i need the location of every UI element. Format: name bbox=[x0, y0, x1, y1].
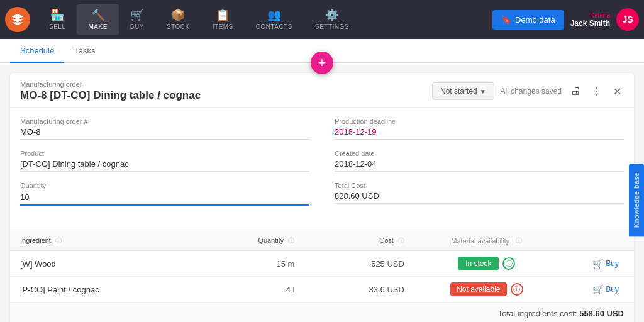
product-label: Product bbox=[20, 150, 309, 157]
card-header-left: Manufacturing order MO-8 [DT-CO] Dining … bbox=[20, 80, 201, 102]
nav-item-contacts[interactable]: 👥 CONTACTS bbox=[245, 4, 304, 35]
avatar-initials: JS bbox=[622, 14, 633, 25]
total-cost-value: 828.60 USD bbox=[335, 191, 624, 204]
header-quantity: Quantity ⓘ bbox=[185, 236, 295, 245]
nav-item-settings[interactable]: ⚙️ SETTINGS bbox=[304, 4, 360, 35]
user-avatar[interactable]: JS bbox=[616, 8, 639, 31]
action-col-paint: 🛒 Buy bbox=[569, 282, 624, 297]
created-date-value: 2018-12-04 bbox=[335, 159, 624, 172]
user-company: Katana bbox=[590, 12, 610, 19]
status-label: Not started bbox=[440, 87, 477, 96]
demo-data-button[interactable]: 🔖 Demo data bbox=[492, 10, 564, 30]
stock-icon: 📦 bbox=[171, 9, 185, 21]
close-button[interactable]: ✕ bbox=[611, 83, 624, 100]
nav-item-stock[interactable]: 📦 STOCK bbox=[155, 4, 201, 35]
total-value: 558.60 USD bbox=[579, 309, 624, 318]
availability-badge-instock: In stock bbox=[458, 257, 499, 270]
buy-button-paint[interactable]: 🛒 Buy bbox=[587, 282, 624, 297]
items-icon: 📋 bbox=[216, 9, 230, 21]
nav-item-make[interactable]: 🔨 MAKE bbox=[77, 4, 118, 35]
total-cost-label: Total Cost bbox=[335, 182, 624, 189]
user-info: Katana Jack Smith bbox=[570, 12, 610, 28]
stock-label: STOCK bbox=[167, 23, 190, 30]
nav-item-items[interactable]: 📋 ITEMS bbox=[201, 4, 245, 35]
items-label: ITEMS bbox=[213, 23, 233, 30]
saved-indicator: All changes saved bbox=[501, 87, 562, 96]
quantity-label: Quantity bbox=[20, 182, 309, 189]
created-date-label: Created date bbox=[335, 150, 624, 157]
cart-icon: 🛒 bbox=[592, 258, 603, 269]
card-header: Manufacturing order MO-8 [DT-CO] Dining … bbox=[10, 73, 634, 108]
app-logo[interactable] bbox=[5, 7, 30, 32]
availability-info-icon[interactable]: ⓘ bbox=[502, 257, 515, 270]
form-row-1: Manufacturing order # MO-8 Production de… bbox=[20, 118, 624, 140]
make-icon: 🔨 bbox=[91, 9, 105, 21]
contacts-icon: 👥 bbox=[267, 9, 281, 21]
tab-tasks[interactable]: Tasks bbox=[64, 39, 105, 63]
total-ingredients-row: Total ingredients cost: 558.60 USD bbox=[10, 303, 634, 322]
top-navigation: 🏪 SELL 🔨 MAKE 🛒 BUY 📦 STOCK 📋 ITEMS 👥 CO… bbox=[0, 0, 644, 39]
info-icon-ingredient: ⓘ bbox=[55, 237, 62, 244]
cart-icon-2: 🛒 bbox=[592, 284, 603, 294]
table-row: [P-CO] Paint / cognac 4 l 33.6 USD Not a… bbox=[10, 277, 634, 303]
breadcrumb: Manufacturing order bbox=[20, 80, 201, 88]
nav-right: 🔖 Demo data Katana Jack Smith JS bbox=[492, 8, 639, 31]
action-col-wood: 🛒 Buy bbox=[569, 256, 624, 271]
form-body: Manufacturing order # MO-8 Production de… bbox=[10, 108, 634, 226]
table-row: [W] Wood 15 m 525 USD In stock ⓘ 🛒 Buy bbox=[10, 251, 634, 277]
sell-icon: 🏪 bbox=[50, 9, 64, 21]
ingredient-cost-paint: 33.6 USD bbox=[294, 285, 404, 294]
nav-item-buy[interactable]: 🛒 BUY bbox=[119, 4, 155, 35]
form-row-3: Quantity Total Cost 828.60 USD bbox=[20, 182, 624, 206]
main-content: Manufacturing order MO-8 [DT-CO] Dining … bbox=[0, 63, 644, 322]
quantity-input[interactable] bbox=[20, 192, 309, 206]
knowledge-base-label: Knowledge base bbox=[633, 172, 640, 228]
manufacturing-order-card: Manufacturing order MO-8 [DT-CO] Dining … bbox=[10, 73, 634, 322]
print-button[interactable]: 🖨 bbox=[568, 83, 583, 99]
form-row-2: Product [DT-CO] Dining table / cognac Cr… bbox=[20, 150, 624, 172]
sell-label: SELL bbox=[49, 23, 65, 30]
product-value: [DT-CO] Dining table / cognac bbox=[20, 159, 309, 172]
ingredient-avail-wood: In stock ⓘ bbox=[404, 257, 569, 270]
header-ingredient: Ingredient ⓘ bbox=[20, 236, 185, 245]
ingredient-qty-wood: 15 m bbox=[185, 259, 295, 269]
ingredient-avail-paint: Not available ⓘ bbox=[404, 282, 569, 296]
buy-icon: 🛒 bbox=[130, 9, 144, 21]
product-group: Product [DT-CO] Dining table / cognac bbox=[20, 150, 309, 172]
production-deadline-group: Production deadline 2018-12-19 bbox=[335, 118, 624, 140]
nav-item-sell[interactable]: 🏪 SELL bbox=[38, 4, 77, 35]
card-header-right: Not started ▼ All changes saved 🖨 ⋮ ✕ bbox=[432, 82, 624, 100]
contacts-label: CONTACTS bbox=[256, 23, 292, 30]
availability-badge-unavailable: Not available bbox=[450, 282, 506, 296]
user-name: Jack Smith bbox=[570, 19, 610, 28]
make-label: MAKE bbox=[88, 23, 107, 30]
total-cost-group: Total Cost 828.60 USD bbox=[335, 182, 624, 206]
ingredient-qty-paint: 4 l bbox=[185, 285, 295, 294]
ingredient-cost-wood: 525 USD bbox=[294, 259, 404, 269]
mo-number-value: MO-8 bbox=[20, 127, 309, 140]
settings-icon: ⚙️ bbox=[325, 9, 339, 21]
mo-number-group: Manufacturing order # MO-8 bbox=[20, 118, 309, 140]
production-deadline-value: 2018-12-19 bbox=[335, 127, 624, 140]
ingredient-name-paint: [P-CO] Paint / cognac bbox=[20, 285, 185, 294]
knowledge-base-sidebar[interactable]: Knowledge base bbox=[629, 164, 644, 236]
table-header: Ingredient ⓘ Quantity ⓘ Cost ⓘ Material … bbox=[10, 231, 634, 251]
header-availability: Material availability ⓘ bbox=[404, 236, 569, 245]
more-options-button[interactable]: ⋮ bbox=[589, 83, 604, 100]
status-button[interactable]: Not started ▼ bbox=[432, 82, 494, 100]
availability-info-icon-red[interactable]: ⓘ bbox=[511, 283, 523, 296]
total-label: Total ingredients cost: bbox=[498, 309, 577, 318]
chevron-down-icon: ▼ bbox=[480, 88, 486, 95]
ingredients-table: Ingredient ⓘ Quantity ⓘ Cost ⓘ Material … bbox=[10, 231, 634, 322]
production-deadline-label: Production deadline bbox=[335, 118, 624, 125]
buy-button-wood[interactable]: 🛒 Buy bbox=[587, 256, 624, 271]
demo-icon: 🔖 bbox=[501, 15, 511, 25]
settings-label: SETTINGS bbox=[315, 23, 349, 30]
info-icon-qty: ⓘ bbox=[288, 237, 294, 244]
buy-label: BUY bbox=[130, 23, 144, 30]
demo-btn-label: Demo data bbox=[515, 15, 555, 25]
add-button[interactable]: + bbox=[311, 52, 333, 74]
info-icon-cost: ⓘ bbox=[398, 237, 404, 244]
created-date-group: Created date 2018-12-04 bbox=[335, 150, 624, 172]
tab-schedule[interactable]: Schedule bbox=[10, 39, 64, 63]
